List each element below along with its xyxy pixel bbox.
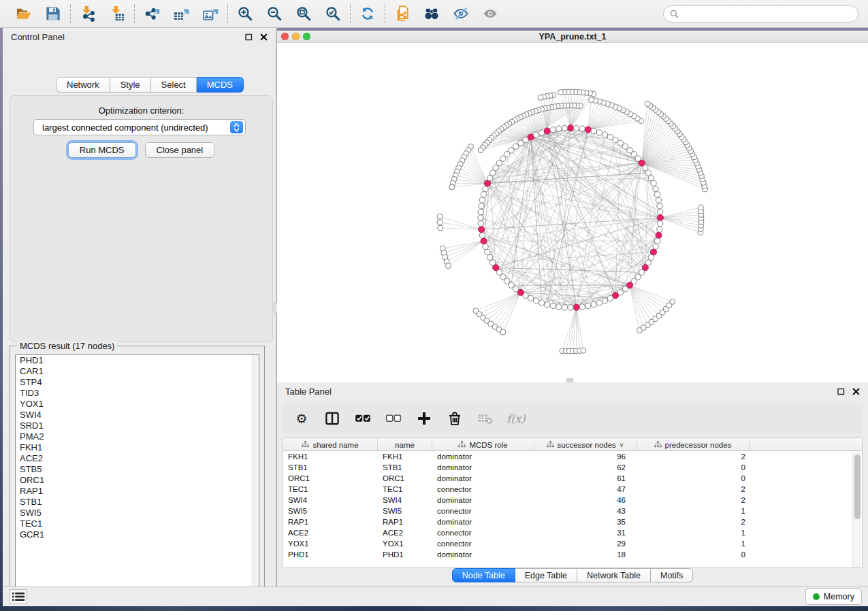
network-node[interactable]	[562, 125, 567, 131]
show-columns-icon[interactable]	[324, 410, 340, 427]
network-node[interactable]	[478, 209, 483, 214]
network-node[interactable]	[596, 300, 602, 306]
tab-edge-table[interactable]: Edge Table	[515, 568, 577, 582]
network-node[interactable]	[589, 97, 594, 103]
tab-style[interactable]: Style	[110, 77, 151, 93]
column-header-successor-nodes[interactable]: successor nodes∨	[534, 438, 637, 451]
mcds-hub-node[interactable]	[481, 238, 487, 244]
network-node[interactable]	[500, 329, 506, 335]
network-node[interactable]	[656, 197, 661, 203]
network-node[interactable]	[539, 300, 544, 306]
hide-details-icon[interactable]	[452, 5, 470, 22]
network-node[interactable]	[607, 134, 613, 139]
task-history-button[interactable]	[9, 589, 27, 604]
network-node[interactable]	[479, 203, 484, 209]
network-node[interactable]	[648, 254, 654, 260]
close-table-panel-icon[interactable]	[852, 388, 860, 395]
network-node[interactable]	[545, 301, 550, 307]
mcds-result-item[interactable]: YOX1	[16, 399, 259, 410]
mcds-result-item[interactable]: SWI5	[16, 508, 259, 518]
table-scrollbar-thumb[interactable]	[854, 455, 861, 519]
network-node[interactable]	[478, 215, 483, 220]
mcds-result-item[interactable]: RAP1	[16, 486, 259, 497]
mcds-result-item[interactable]: STP4	[16, 377, 259, 388]
network-node[interactable]	[579, 126, 585, 131]
network-node[interactable]	[657, 227, 662, 232]
network-node[interactable]	[437, 220, 443, 225]
network-node[interactable]	[602, 132, 607, 137]
mcds-hub-node[interactable]	[573, 304, 579, 310]
table-row[interactable]: ACE2ACE2connector311	[283, 527, 862, 538]
network-node[interactable]	[654, 238, 660, 244]
deselect-all-rows-icon[interactable]	[385, 410, 402, 427]
network-node[interactable]	[483, 186, 488, 191]
mcds-result-item[interactable]: ORC1	[16, 475, 259, 486]
criterion-select[interactable]: largest connected component (undirected)	[33, 119, 246, 135]
network-node[interactable]	[607, 295, 613, 301]
network-node[interactable]	[653, 186, 658, 191]
network-node[interactable]	[591, 301, 596, 307]
network-node[interactable]	[562, 305, 567, 310]
network-node[interactable]	[654, 192, 660, 197]
mcds-result-item[interactable]: SWI4	[16, 410, 259, 420]
network-node[interactable]	[533, 132, 539, 137]
network-canvas[interactable]	[277, 43, 868, 382]
network-node[interactable]	[437, 214, 443, 219]
network-node[interactable]	[487, 175, 492, 180]
refresh-layout-icon[interactable]	[359, 5, 376, 22]
network-node[interactable]	[550, 303, 556, 308]
mcds-hub-node[interactable]	[544, 128, 550, 134]
mcds-hub-node[interactable]	[528, 134, 534, 140]
table-row[interactable]: ORC1ORC1dominator610	[283, 473, 862, 484]
float-table-panel-icon[interactable]	[837, 388, 845, 395]
mcds-result-item[interactable]: PMA2	[16, 431, 259, 442]
network-node[interactable]	[581, 348, 586, 353]
settings-gear-icon[interactable]: ⚙	[293, 410, 310, 427]
mcds-hub-node[interactable]	[658, 215, 664, 221]
network-node[interactable]	[479, 197, 485, 203]
network-node[interactable]	[485, 249, 490, 254]
network-node[interactable]	[478, 220, 483, 226]
network-node[interactable]	[596, 130, 602, 135]
mcds-result-item[interactable]: CAR1	[16, 366, 259, 377]
table-row[interactable]: PHD1PHD1dominator180	[283, 549, 862, 560]
network-node[interactable]	[538, 95, 543, 100]
network-node[interactable]	[585, 303, 591, 308]
tab-network[interactable]: Network	[56, 77, 110, 93]
network-node[interactable]	[568, 305, 573, 310]
mcds-result-item[interactable]: STB1	[16, 497, 259, 508]
mcds-result-item[interactable]: TID3	[16, 388, 259, 399]
mcds-hub-node[interactable]	[656, 232, 662, 238]
mcds-result-item[interactable]: TEC1	[16, 518, 259, 529]
network-node[interactable]	[481, 192, 486, 197]
mcds-hub-node[interactable]	[585, 127, 591, 133]
network-node[interactable]	[487, 254, 492, 260]
network-node[interactable]	[478, 148, 483, 153]
import-table-icon[interactable]	[108, 5, 126, 22]
tab-network-table[interactable]: Network Table	[577, 568, 651, 582]
close-panel-icon[interactable]	[260, 33, 268, 41]
network-node[interactable]	[483, 244, 488, 249]
network-node[interactable]	[645, 101, 650, 107]
network-node[interactable]	[533, 298, 539, 303]
memory-button[interactable]: Memory	[805, 589, 862, 605]
search-input[interactable]	[682, 9, 852, 18]
mcds-result-item[interactable]: GCR1	[16, 529, 259, 540]
open-session-icon[interactable]	[15, 5, 33, 22]
run-mcds-button[interactable]: Run MCDS	[68, 142, 136, 158]
network-node[interactable]	[528, 295, 533, 301]
mcds-list-scrollbar[interactable]	[252, 355, 259, 593]
mcds-hub-node[interactable]	[479, 227, 485, 233]
network-node[interactable]	[591, 128, 596, 133]
mcds-result-item[interactable]: SRD1	[16, 420, 259, 431]
column-header-name[interactable]: name	[378, 438, 432, 451]
mcds-result-item[interactable]: FKH1	[16, 442, 259, 453]
column-header-predecessor-nodes[interactable]: predecessor nodes	[637, 438, 750, 451]
search-network-icon[interactable]	[423, 5, 440, 22]
table-row[interactable]: RAP1RAP1dominator352	[283, 516, 862, 527]
network-node[interactable]	[648, 175, 654, 180]
network-node[interactable]	[670, 299, 675, 304]
mcds-result-item[interactable]: PHD1	[16, 355, 259, 366]
table-row[interactable]: STB1STB1dominator620	[283, 462, 862, 473]
tab-mcds[interactable]: MCDS	[197, 77, 244, 93]
